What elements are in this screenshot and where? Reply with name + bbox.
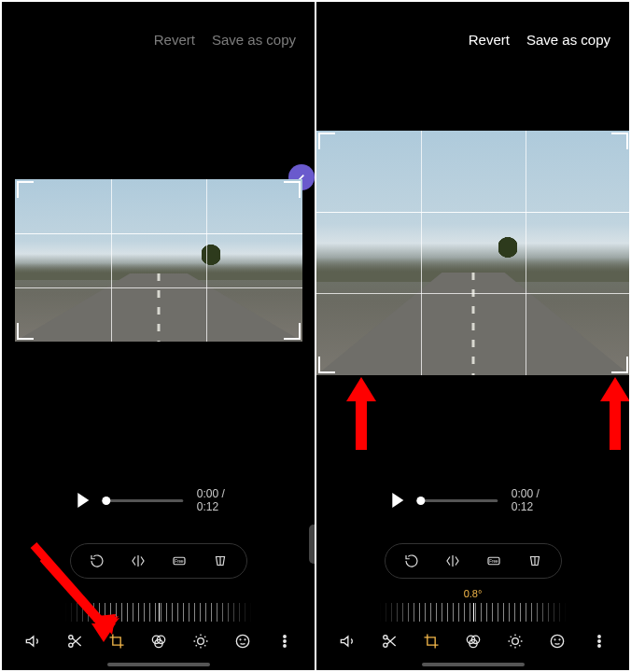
screen-left: Revert Save as copy 0:00 / 0:12 Free: [2, 2, 315, 670]
ratio-free-icon[interactable]: Free: [484, 552, 503, 570]
top-actions: Revert Save as copy: [154, 32, 296, 48]
svg-point-8: [236, 635, 248, 647]
svg-point-28: [551, 635, 563, 647]
stickers-icon[interactable]: [232, 631, 253, 651]
crop-icon[interactable]: [421, 631, 442, 651]
rotate-icon[interactable]: [88, 552, 106, 570]
svg-rect-37: [610, 399, 621, 450]
volume-icon[interactable]: [22, 631, 43, 651]
stickers-icon[interactable]: [547, 631, 568, 651]
playback-bar: 0:00 / 0:12: [392, 487, 554, 513]
screen-right: Revert Save as copy 0:00 / 0:12 Free 0.8…: [316, 2, 629, 670]
adjust-icon[interactable]: [190, 631, 211, 651]
svg-point-12: [283, 640, 286, 643]
home-indicator: [107, 663, 210, 666]
playback-bar: 0:00 / 0:12: [77, 487, 239, 513]
svg-point-32: [597, 640, 600, 643]
flip-icon[interactable]: [443, 552, 462, 570]
svg-point-27: [512, 638, 518, 645]
rotation-ruler[interactable]: [380, 603, 567, 622]
perspective-icon[interactable]: [526, 552, 544, 570]
progress-slider[interactable]: [102, 499, 184, 502]
time-display: 0:00 / 0:12: [512, 487, 554, 513]
transform-toolbar: Free: [385, 543, 562, 579]
progress-slider[interactable]: [416, 499, 498, 502]
time-display: 0:00 / 0:12: [197, 487, 239, 513]
video-preview[interactable]: [15, 179, 302, 342]
svg-point-29: [554, 639, 555, 640]
revert-button[interactable]: Revert: [469, 32, 510, 48]
svg-marker-34: [346, 377, 376, 401]
more-icon[interactable]: [589, 631, 610, 651]
crop-icon[interactable]: [106, 631, 127, 651]
save-as-copy-button[interactable]: Save as copy: [212, 32, 296, 48]
svg-point-7: [197, 638, 203, 645]
filters-icon[interactable]: [148, 631, 169, 651]
svg-point-9: [240, 639, 241, 640]
side-panel-handle[interactable]: [309, 525, 315, 564]
trim-icon[interactable]: [379, 631, 400, 651]
svg-point-33: [597, 645, 600, 648]
rotate-icon[interactable]: [402, 552, 421, 570]
svg-point-13: [283, 645, 286, 648]
svg-text:Free: Free: [175, 559, 184, 564]
top-actions: Revert Save as copy: [469, 32, 610, 48]
filters-icon[interactable]: [463, 631, 484, 651]
annotation-arrow-left: [343, 377, 380, 454]
more-icon[interactable]: [274, 631, 295, 651]
bottom-toolbar: [2, 631, 315, 651]
ratio-free-icon[interactable]: Free: [170, 552, 189, 570]
play-button[interactable]: [392, 493, 403, 508]
svg-text:Free: Free: [489, 559, 498, 564]
svg-marker-36: [600, 377, 629, 401]
svg-point-10: [245, 639, 245, 640]
transform-toolbar: Free: [70, 543, 247, 579]
video-preview[interactable]: [316, 131, 629, 375]
adjust-icon[interactable]: [505, 631, 526, 651]
play-button[interactable]: [77, 493, 89, 508]
home-indicator: [422, 663, 525, 666]
revert-button[interactable]: Revert: [154, 32, 195, 48]
rotation-angle-label: 0.8°: [464, 588, 483, 599]
rotation-ruler[interactable]: [65, 603, 252, 622]
svg-point-11: [283, 636, 286, 638]
svg-point-31: [597, 636, 600, 638]
save-as-copy-button[interactable]: Save as copy: [526, 32, 610, 48]
volume-icon[interactable]: [337, 631, 358, 651]
trim-icon[interactable]: [64, 631, 85, 651]
svg-point-30: [559, 639, 560, 640]
perspective-icon[interactable]: [211, 552, 230, 570]
svg-rect-35: [356, 399, 367, 450]
flip-icon[interactable]: [129, 552, 147, 570]
bottom-toolbar: [316, 631, 629, 651]
annotation-arrow-right: [596, 377, 629, 454]
